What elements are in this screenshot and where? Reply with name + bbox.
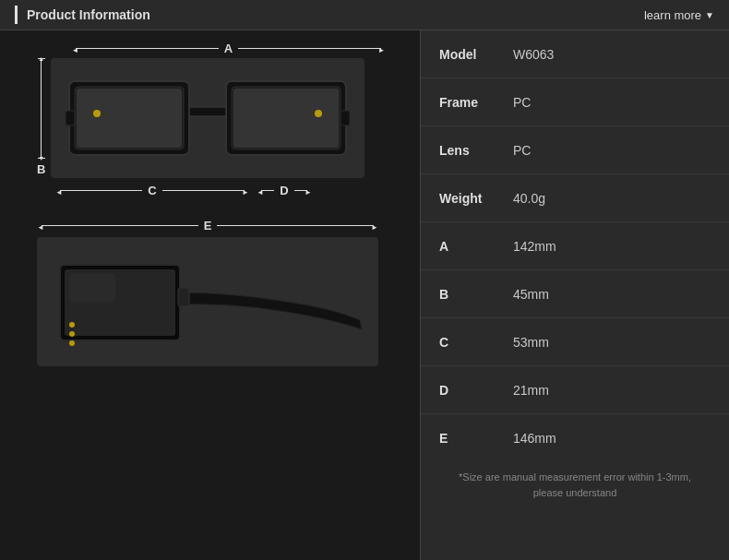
svg-rect-5 <box>233 89 339 148</box>
spec-key-lens: Lens <box>439 143 513 158</box>
spec-value-weight: 40.0g <box>513 191 545 206</box>
spec-row-c: C53mm <box>421 318 729 366</box>
spec-value-e: 146mm <box>513 431 556 446</box>
spec-row-b: B45mm <box>421 270 729 318</box>
spec-value-model: W6063 <box>513 47 554 62</box>
dim-c-label: C <box>142 184 161 197</box>
spec-value-frame: PC <box>513 95 531 110</box>
glasses-front-image <box>51 58 364 178</box>
svg-point-9 <box>93 110 101 117</box>
glasses-side-svg <box>46 242 369 362</box>
svg-rect-2 <box>77 89 182 148</box>
dim-d-line: D <box>257 182 312 198</box>
dim-b-side: B <box>37 58 45 178</box>
spec-row-e: E146mm <box>421 414 729 462</box>
spec-value-lens: PC <box>513 143 531 158</box>
dim-b-label: B <box>37 162 45 176</box>
svg-rect-6 <box>189 107 226 116</box>
spec-row-frame: FramePC <box>421 78 729 126</box>
vert-line-b <box>41 59 42 158</box>
arrow-line-d-left <box>261 190 274 191</box>
glasses-front-container: B <box>28 58 401 178</box>
svg-rect-7 <box>66 111 75 125</box>
spec-value-a: 142mm <box>513 239 556 254</box>
specs-disclaimer: *Size are manual measurement error withi… <box>421 462 729 507</box>
specs-table: ModelW6063FramePCLensPCWeight40.0gA142mm… <box>421 30 729 462</box>
disclaimer-text: *Size are manual measurement error withi… <box>459 471 691 498</box>
dim-a-label: A <box>219 42 238 55</box>
arrow-right-c <box>245 182 249 198</box>
arrow-line-c-right <box>162 190 245 191</box>
dim-cd-container: C D <box>28 182 401 198</box>
diagram-top: A B <box>28 40 401 198</box>
svg-rect-13 <box>69 274 115 302</box>
svg-point-15 <box>69 331 75 337</box>
header-bar <box>15 6 18 24</box>
spec-key-model: Model <box>439 47 513 62</box>
spec-row-weight: Weight40.0g <box>421 174 729 222</box>
learn-more-label: learn more <box>644 8 701 22</box>
header-title-wrap: Product Information <box>15 6 150 24</box>
arrow-line-a-right <box>238 48 380 49</box>
spec-key-e: E <box>439 431 513 446</box>
arrow-line-a-left <box>76 48 218 49</box>
dim-e-line: E <box>37 217 378 233</box>
svg-rect-8 <box>341 111 350 125</box>
arrow-line-e-right <box>217 225 374 226</box>
arrow-right-e <box>374 217 378 233</box>
svg-rect-17 <box>178 288 189 306</box>
header: Product Information learn more ▼ <box>0 0 729 30</box>
dim-e-label: E <box>198 219 218 232</box>
arrow-right-a <box>381 40 386 56</box>
arrow-line-e-left <box>42 225 198 226</box>
spec-key-weight: Weight <box>439 191 513 206</box>
spec-key-a: A <box>439 239 513 254</box>
spec-row-model: ModelW6063 <box>421 30 729 78</box>
dim-d-label: D <box>274 184 293 197</box>
spec-row-lens: LensPC <box>421 126 729 174</box>
glasses-front-svg <box>60 63 355 173</box>
spec-key-c: C <box>439 335 513 350</box>
learn-more-button[interactable]: learn more ▼ <box>644 8 714 22</box>
svg-point-14 <box>69 322 75 328</box>
arrow-line-c-left <box>60 190 142 191</box>
spec-key-frame: Frame <box>439 95 513 110</box>
page-title: Product Information <box>27 7 150 22</box>
spec-key-d: D <box>439 383 513 398</box>
glasses-side-image <box>37 237 378 366</box>
main-content: A B <box>0 30 729 560</box>
dropdown-icon: ▼ <box>705 10 714 20</box>
dim-e-container: E <box>28 217 401 233</box>
spec-value-d: 21mm <box>513 383 549 398</box>
spec-value-c: 53mm <box>513 335 549 350</box>
svg-point-16 <box>69 340 75 346</box>
spec-value-b: 45mm <box>513 287 549 302</box>
arrow-right-d <box>307 182 312 198</box>
right-panel: ModelW6063FramePCLensPCWeight40.0gA142mm… <box>420 30 729 560</box>
dim-a-container: A <box>28 40 401 56</box>
left-panel: A B <box>0 30 420 560</box>
dim-c-line: C <box>55 182 249 198</box>
spec-row-d: D21mm <box>421 366 729 414</box>
diagram-bottom: E <box>28 217 401 366</box>
spec-key-b: B <box>439 287 513 302</box>
spec-row-a: A142mm <box>421 222 729 270</box>
svg-point-10 <box>315 110 322 117</box>
dim-a-line: A <box>72 40 386 56</box>
